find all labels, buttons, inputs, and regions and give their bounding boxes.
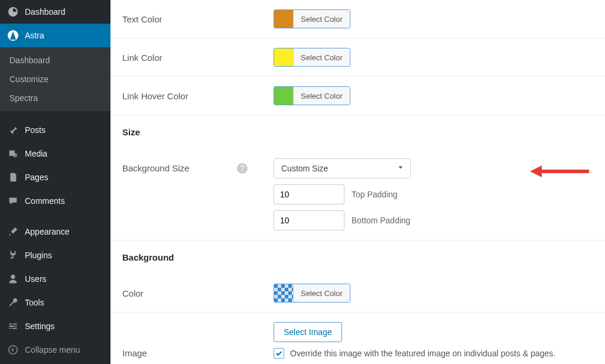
bottom-padding-label: Bottom Padding: [352, 216, 411, 225]
bottom-padding-input[interactable]: [274, 210, 344, 230]
sidebar-item-tools[interactable]: Tools: [0, 291, 110, 314]
dashboard-icon: [7, 6, 19, 18]
plug-icon: [7, 249, 19, 261]
override-checkbox[interactable]: [274, 348, 284, 359]
sidebar-label: Tools: [25, 298, 44, 307]
sidebar-label: Settings: [25, 321, 55, 331]
text-color-label: Text Color: [110, 0, 262, 38]
sidebar-item-settings[interactable]: Settings: [0, 314, 110, 338]
text-color-swatch: [274, 10, 293, 28]
help-icon[interactable]: ?: [237, 163, 248, 174]
link-color-label: Link Color: [110, 38, 262, 76]
link-hover-color-label: Link Hover Color: [110, 77, 262, 115]
sidebar-item-users[interactable]: Users: [0, 267, 110, 291]
pin-icon: [7, 124, 19, 136]
link-color-swatch: [274, 48, 293, 66]
media-icon: [7, 148, 19, 160]
submenu-item-dashboard[interactable]: Dashboard: [0, 51, 110, 70]
image-label: Image: [110, 313, 262, 364]
link-color-button[interactable]: Select Color: [293, 48, 350, 66]
sidebar-item-appearance[interactable]: Appearance: [0, 220, 110, 243]
background-size-select[interactable]: Custom Size: [274, 158, 411, 178]
sidebar-label: Pages: [25, 173, 48, 182]
svg-point-2: [11, 275, 15, 279]
sidebar-submenu: Dashboard Customize Spectra: [0, 47, 110, 111]
link-color-picker[interactable]: Select Color: [274, 48, 350, 67]
svg-point-1: [13, 153, 17, 157]
sidebar-label: Appearance: [25, 227, 70, 236]
sidebar-label: Media: [25, 149, 47, 158]
sidebar-item-posts[interactable]: Posts: [0, 118, 110, 142]
collapse-menu-button[interactable]: Collapse menu: [0, 338, 110, 362]
submenu-item-spectra[interactable]: Spectra: [0, 89, 110, 108]
link-hover-color-swatch: [274, 87, 293, 105]
sidebar-label: Users: [25, 274, 47, 284]
background-size-label: Background Size ?: [110, 149, 262, 240]
bg-color-button[interactable]: Select Color: [293, 284, 350, 302]
sidebar-item-dashboard[interactable]: Dashboard: [0, 0, 110, 24]
sidebar-label: Posts: [25, 125, 45, 135]
link-hover-color-button[interactable]: Select Color: [293, 87, 350, 105]
submenu-item-customize[interactable]: Customize: [0, 70, 110, 89]
link-hover-color-picker[interactable]: Select Color: [274, 86, 350, 105]
page-icon: [7, 171, 19, 183]
wrench-icon: [7, 297, 19, 308]
sidebar-item-pages[interactable]: Pages: [0, 165, 110, 189]
sidebar-item-plugins[interactable]: Plugins: [0, 243, 110, 267]
text-color-button[interactable]: Select Color: [293, 10, 350, 28]
select-image-button[interactable]: Select Image: [274, 322, 342, 342]
top-padding-label: Top Padding: [352, 190, 398, 199]
collapse-icon: [7, 344, 19, 356]
brush-icon: [7, 226, 19, 238]
sidebar-item-astra[interactable]: Astra: [0, 24, 110, 47]
admin-sidebar: Dashboard Astra Dashboard Customize Spec…: [0, 0, 110, 364]
sidebar-label: Plugins: [25, 251, 52, 260]
sidebar-label: Dashboard: [25, 7, 66, 17]
sidebar-item-media[interactable]: Media: [0, 142, 110, 165]
size-heading: Size: [110, 115, 262, 149]
text-color-picker[interactable]: Select Color: [274, 9, 350, 28]
astra-icon: [7, 30, 19, 41]
comment-icon: [7, 195, 19, 207]
sidebar-label: Astra: [25, 31, 44, 40]
background-heading: Background: [110, 240, 262, 274]
bg-color-picker[interactable]: Select Color: [274, 284, 350, 303]
user-icon: [7, 273, 19, 285]
sliders-icon: [7, 320, 19, 332]
bg-color-label: Color: [110, 274, 262, 312]
override-text: Override this image with the featured im…: [290, 349, 555, 358]
svg-point-3: [9, 346, 17, 354]
bg-color-swatch: [274, 284, 293, 302]
settings-main: Text Color Select Color Link Color Selec…: [110, 0, 605, 364]
top-padding-input[interactable]: [274, 184, 344, 204]
sidebar-item-comments[interactable]: Comments: [0, 189, 110, 213]
sidebar-label: Comments: [25, 196, 65, 206]
collapse-label: Collapse menu: [25, 345, 80, 355]
